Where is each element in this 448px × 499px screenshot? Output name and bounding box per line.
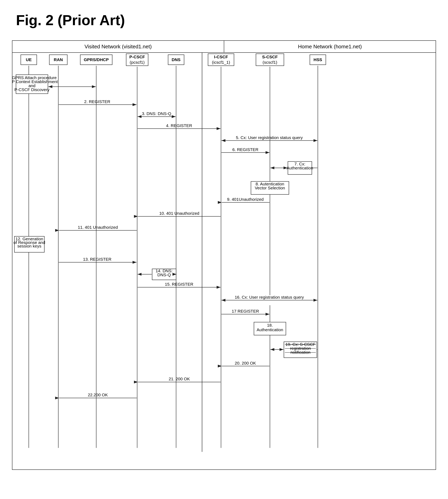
step18-line2: Authentication bbox=[256, 327, 283, 332]
home-network-label: Home Network (home1.net) bbox=[224, 41, 436, 52]
step15-label: 15. REGISTER bbox=[165, 282, 193, 286]
ran-label: RAN bbox=[54, 57, 63, 62]
step22-label: 22.200 OK bbox=[88, 392, 108, 397]
icscf-label: I-CSCF bbox=[214, 55, 228, 59]
step7-line2: Authentication bbox=[287, 166, 313, 170]
step14-line2: DNS-Q bbox=[157, 272, 171, 277]
step12-line3: session keys bbox=[17, 244, 41, 248]
step1-line4: P-CSCF Discovery bbox=[14, 87, 49, 92]
gprs-label: GPRS/DHCP bbox=[84, 57, 109, 62]
scscf-label: S-CSCF bbox=[262, 55, 278, 59]
hss-label: HSS bbox=[314, 57, 322, 62]
step20-label: 20. 200 OK bbox=[235, 361, 256, 365]
step21-label: 21. 200 OK bbox=[169, 376, 190, 381]
scscf-sub: (scscf1) bbox=[263, 60, 277, 64]
page-title: Fig. 2 (Prior Art) bbox=[0, 0, 448, 36]
pcscf-label: P-CSCF bbox=[129, 55, 145, 59]
sequence-diagram: UE RAN GPRS/DHCP P-CSCF (pcscf1) DNS I-C… bbox=[12, 53, 436, 482]
step19-line3: notification bbox=[290, 350, 310, 355]
diagram-container: Visited Network (visited1.net) Home Netw… bbox=[12, 40, 436, 470]
step6-label: 6. REGISTER bbox=[232, 147, 258, 152]
step17-label: 17 REGISTER bbox=[232, 309, 259, 313]
step11-label: 11. 401 Unauthorized bbox=[78, 225, 118, 230]
step18-line1: 18. bbox=[267, 323, 273, 327]
icscf-sub: (icscf1_1) bbox=[212, 60, 230, 65]
step16-label: 16. Cx: User registration status query bbox=[235, 295, 304, 299]
step3-label: 3. DNS: DNS-Q bbox=[142, 111, 171, 116]
step13-label: 13. REGISTER bbox=[83, 257, 112, 262]
ue-label: UE bbox=[26, 57, 32, 62]
pcscf-sub: (pcscf1) bbox=[130, 60, 145, 64]
dns-label: DNS bbox=[172, 57, 180, 62]
step9-label: 9. 401Unauthorized bbox=[227, 197, 264, 202]
step8-line2: Vector Selection bbox=[255, 186, 285, 190]
step10-label: 10. 401 Unauthorized bbox=[159, 211, 199, 216]
visited-network-label: Visited Network (visited1.net) bbox=[12, 41, 224, 52]
step4-label: 4. REGISTER bbox=[166, 123, 192, 128]
step2-label: 2. REGISTER bbox=[84, 99, 110, 104]
step5-label: 5. Cx: User registration status query bbox=[236, 135, 303, 140]
